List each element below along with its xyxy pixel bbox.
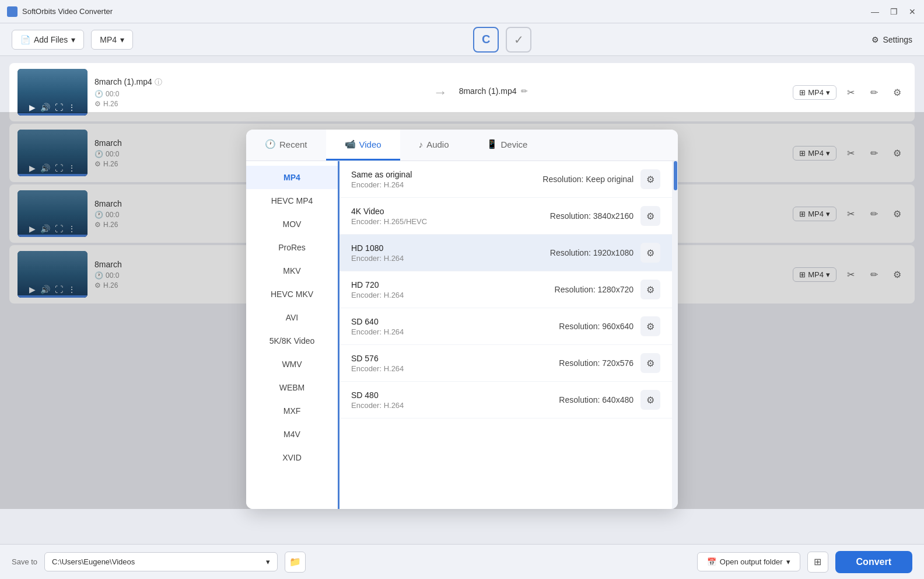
settings-action-icon[interactable]: ⚙ [888,83,907,102]
preset-hd-1080[interactable]: HD 1080 Encoder: H.264 Resolution: 1920x… [340,235,672,271]
edit-action-icon[interactable]: ✏ [864,83,883,102]
format-item-hevc-mp4[interactable]: HEVC MP4 [246,189,338,212]
format-item-mkv[interactable]: MKV [246,259,338,282]
add-files-icon: 📄 [20,35,30,44]
format-item-prores[interactable]: ProRes [246,236,338,259]
preset-sd-640[interactable]: SD 640 Encoder: H.264 Resolution: 960x64… [340,308,672,345]
modal-tabs: 🕐 Recent 📹 Video ♪ Audio 📱 Device [246,130,678,161]
logo-c-button[interactable]: C [473,27,499,53]
preset-encoder: Encoder: H.264 [351,291,555,299]
format-item-mov[interactable]: MOV [246,212,338,236]
format-item-wmv[interactable]: WMV [246,353,338,376]
window-controls: — ❐ ✕ [870,7,917,16]
preset-info: 4K Video Encoder: H.265/HEVC [351,207,550,226]
preset-name: HD 1080 [351,243,550,253]
preset-4k-video[interactable]: 4K Video Encoder: H.265/HEVC Resolution:… [340,198,672,235]
format-item-mp4[interactable]: MP4 [246,166,338,189]
check-button[interactable]: ✓ [506,27,531,53]
add-files-button[interactable]: 📄 Add Files ▾ [12,30,84,50]
preset-name: SD 640 [351,317,559,326]
tab-audio-label: Audio [426,139,449,149]
volume-icon: 🔊 [40,103,50,112]
preset-sd-480[interactable]: SD 480 Encoder: H.264 Resolution: 640x48… [340,382,672,418]
device-icon: 📱 [487,139,498,149]
preset-gear-button[interactable]: ⚙ [640,169,660,189]
file-actions: ⊞ MP4 ▾ ✂ ✏ ⚙ [793,83,907,102]
preset-gear-button[interactable]: ⚙ [640,353,660,373]
clock-icon: 🕐 [94,90,103,98]
app-title: SoftOrbits Video Converter [22,7,113,16]
preset-sd-576[interactable]: SD 576 Encoder: H.264 Resolution: 720x57… [340,345,672,382]
add-files-label: Add Files [34,35,68,44]
browse-folder-button[interactable]: 📁 [285,552,306,573]
grid-icon: ⊞ [814,556,821,567]
preset-gear-button[interactable]: ⚙ [640,280,660,299]
modal-overlay[interactable]: 🕐 Recent 📹 Video ♪ Audio 📱 Device [0,112,924,509]
open-folder-dropdown-icon: ▾ [786,557,790,566]
format-item-5k8k[interactable]: 5K/8K Video [246,329,338,353]
format-item-xvid[interactable]: XVID [246,446,338,469]
fullscreen-icon: ⛶ [55,103,63,112]
preset-encoder: Encoder: H.264 [351,180,542,189]
format-item-avi[interactable]: AVI [246,306,338,329]
settings-icon: ⚙ [872,35,879,44]
output-path-input[interactable]: C:\Users\Eugene\Videos ▾ [44,552,278,571]
info-icon: ⓘ [155,78,162,86]
preset-resolution: Resolution: Keep original [542,175,634,184]
preset-gear-button[interactable]: ⚙ [640,316,660,336]
tab-recent[interactable]: 🕐 Recent [246,130,326,161]
preset-resolution: Resolution: 960x640 [559,322,634,331]
close-button[interactable]: ✕ [908,7,917,16]
crop-icon[interactable]: ✂ [841,83,860,102]
preset-gear-button[interactable]: ⚙ [640,390,660,410]
check-icon: ✓ [514,33,524,47]
preset-info: SD 640 Encoder: H.264 [351,317,559,336]
video-icon: 📹 [345,139,356,149]
tab-video[interactable]: 📹 Video [326,130,400,161]
tab-device-label: Device [501,139,528,149]
preset-name: HD 720 [351,280,555,290]
tab-device[interactable]: 📱 Device [468,130,547,161]
file-codec: ⚙ H.26 [94,100,422,108]
preset-name: SD 576 [351,354,559,363]
preset-hd-720[interactable]: HD 720 Encoder: H.264 Resolution: 1280x7… [340,271,672,308]
preset-gear-button[interactable]: ⚙ [640,206,660,226]
file-output: 8march (1).mp4 ✏ [459,86,786,98]
preset-gear-button[interactable]: ⚙ [640,243,660,263]
file-thumbnail: ▶ 🔊 ⛶ ⋮ [18,69,88,116]
convert-button[interactable]: Convert [835,551,912,573]
play-icon[interactable]: ▶ [29,103,36,112]
preset-resolution: Resolution: 3840x2160 [550,211,634,221]
preset-resolution: Resolution: 720x576 [559,358,634,368]
file-name: 8march (1).mp4 ⓘ [94,77,422,88]
dropdown-icon: ▾ [826,88,830,97]
output-format-button[interactable]: ⊞ MP4 ▾ [793,85,836,100]
output-format-label: MP4 [808,88,824,97]
preset-resolution: Resolution: 1280x720 [555,285,634,294]
more-icon: ⋮ [68,103,76,112]
file-info: 8march (1).mp4 ⓘ 🕐 00:0 ⚙ H.26 [94,77,422,108]
titlebar: SoftOrbits Video Converter — ❐ ✕ [0,0,924,23]
open-output-folder-button[interactable]: 📅 Open output folder ▾ [697,552,800,571]
preset-encoder: Encoder: H.265/HEVC [351,217,550,226]
format-dropdown-icon: ▾ [120,35,124,44]
maximize-button[interactable]: ❐ [889,7,898,16]
format-item-mxf[interactable]: MXF [246,399,338,423]
format-item-webm[interactable]: WEBM [246,376,338,399]
tab-audio[interactable]: ♪ Audio [400,130,468,161]
format-selector-button[interactable]: MP4 ▾ [91,30,133,50]
grid-view-button[interactable]: ⊞ [807,552,828,573]
preset-same-as-original[interactable]: Same as original Encoder: H.264 Resoluti… [340,161,672,198]
format-list: MP4 HEVC MP4 MOV ProRes MKV HEVC MKV AVI… [246,161,340,509]
preset-name: 4K Video [351,207,550,216]
format-item-hevc-mkv[interactable]: HEVC MKV [246,282,338,306]
output-name: 8march (1).mp4 ✏ [459,86,786,96]
settings-button[interactable]: ⚙ Settings [872,35,912,44]
preset-info: HD 1080 Encoder: H.264 [351,243,550,263]
preset-resolution: Resolution: 640x480 [559,395,634,404]
minimize-button[interactable]: — [870,7,880,16]
preset-info: HD 720 Encoder: H.264 [351,280,555,299]
save-to-label: Save to [12,557,37,566]
edit-icon[interactable]: ✏ [521,86,528,96]
format-item-m4v[interactable]: M4V [246,423,338,446]
